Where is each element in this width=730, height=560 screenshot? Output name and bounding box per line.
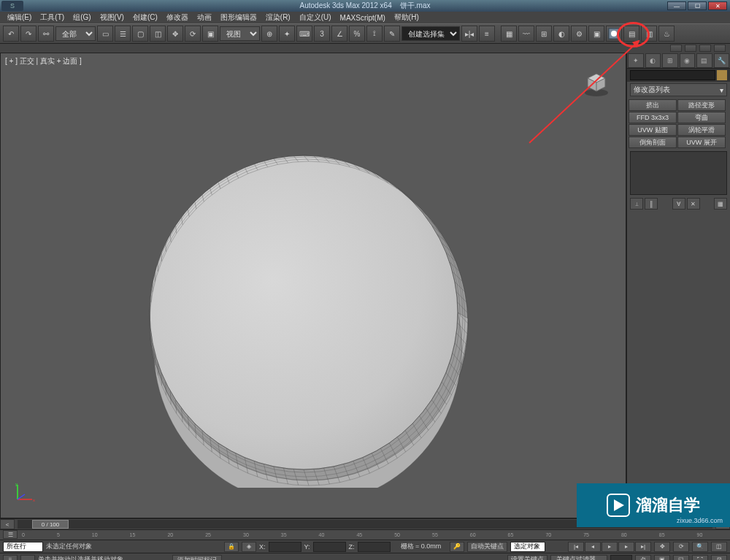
- render-setup-icon[interactable]: ⚙: [571, 26, 587, 42]
- play-icon[interactable]: ▸: [602, 542, 618, 552]
- pin-stack-icon[interactable]: ⟂: [630, 198, 643, 210]
- mod-uvwmap[interactable]: UVW 贴图: [629, 124, 677, 136]
- frame-input[interactable]: [610, 555, 632, 561]
- menu-group[interactable]: 组(G): [69, 12, 95, 23]
- make-unique-icon[interactable]: ∀: [672, 198, 685, 210]
- menu-animation[interactable]: 动画: [193, 12, 216, 23]
- z-input[interactable]: [358, 542, 391, 552]
- configure-icon[interactable]: ▦: [714, 198, 727, 210]
- redo-icon[interactable]: ↷: [20, 26, 36, 42]
- select-icon[interactable]: ▭: [97, 26, 113, 42]
- menu-maxscript[interactable]: MAXScript(M): [336, 14, 390, 22]
- nav-zoom-icon[interactable]: 🔍: [692, 542, 708, 552]
- nav-zoomext-icon[interactable]: ▣: [654, 555, 670, 561]
- mod-turbosmooth[interactable]: 涡轮平滑: [677, 124, 726, 136]
- script-listener-icon[interactable]: ≡: [3, 555, 18, 561]
- link-icon[interactable]: ⚯: [38, 26, 54, 42]
- prev-frame-icon[interactable]: ◂: [585, 542, 601, 552]
- menu-edit[interactable]: 编辑(E): [3, 12, 36, 23]
- close-button[interactable]: ✕: [708, 1, 727, 10]
- autokey-button[interactable]: 自动关键点: [467, 542, 507, 552]
- angle-snap-icon[interactable]: ∠: [331, 26, 347, 42]
- window-cross-icon[interactable]: ◫: [150, 26, 166, 42]
- selection-set-dropdown[interactable]: 创建选择集: [402, 26, 460, 41]
- minimize-button[interactable]: —: [667, 1, 686, 10]
- menu-modifiers[interactable]: 修改器: [162, 12, 193, 23]
- refcoord-dropdown[interactable]: 视图: [220, 26, 260, 41]
- teapot-icon[interactable]: ♨: [658, 26, 675, 42]
- minitool-2[interactable]: [685, 45, 696, 52]
- nav-orbit-icon[interactable]: ⟳: [673, 542, 689, 552]
- nav-other-icon[interactable]: ⊡: [711, 555, 727, 561]
- render-icon[interactable]: [606, 26, 622, 42]
- nav-fov-icon[interactable]: ◫: [711, 542, 727, 552]
- menu-view[interactable]: 视图(V): [96, 12, 128, 23]
- mod-bevelprofile[interactable]: 倒角剖面: [629, 137, 677, 148]
- undo-icon[interactable]: ↶: [3, 26, 19, 42]
- goto-start-icon[interactable]: |◂: [568, 542, 584, 552]
- lock-icon[interactable]: 🔒: [224, 542, 239, 552]
- minitool-1[interactable]: [670, 45, 682, 52]
- x-input[interactable]: [269, 542, 301, 552]
- add-time-tag-button[interactable]: 添加时间标记: [172, 555, 222, 561]
- schematic-icon[interactable]: ⊞: [536, 26, 552, 42]
- render-frame-icon[interactable]: ▣: [588, 26, 604, 42]
- filter-dropdown[interactable]: 全部: [55, 26, 96, 41]
- tab-create-icon[interactable]: ✦: [628, 53, 644, 68]
- mod-pathdeform[interactable]: 路径变形: [677, 99, 726, 111]
- show-end-icon[interactable]: ║: [645, 198, 658, 210]
- spinner-snap-icon[interactable]: ⟟: [366, 26, 383, 42]
- tab-motion-icon[interactable]: ◉: [680, 53, 696, 68]
- viewport[interactable]: [ + ] 正交 | 真实 + 边面 ]: [0, 53, 626, 518]
- next-frame-icon[interactable]: ▸: [618, 542, 634, 552]
- time-ruler[interactable]: ☰ 0 5 10 15 20 25 30 35 40 45 50 55 60 6…: [0, 529, 730, 540]
- mod-extrude[interactable]: 挤出: [629, 99, 677, 111]
- maximize-button[interactable]: ☐: [688, 1, 707, 10]
- goto-end-icon[interactable]: ▸|: [635, 542, 651, 552]
- viewport-label[interactable]: [ + ] 正交 | 真实 + 边面 ]: [5, 56, 82, 66]
- remove-mod-icon[interactable]: ✕: [687, 198, 700, 210]
- keyboard-icon[interactable]: ⌨: [296, 26, 312, 42]
- keyfilter-button[interactable]: 关键点过滤器...: [550, 555, 607, 561]
- edit-select-icon[interactable]: ✎: [384, 26, 400, 42]
- setkey-button[interactable]: 设置关键点: [507, 555, 548, 561]
- menu-render[interactable]: 渲染(R): [261, 12, 295, 23]
- mod-ffd[interactable]: FFD 3x3x3: [629, 112, 677, 123]
- tab-utilities-icon[interactable]: 🔧: [714, 53, 730, 68]
- y-input[interactable]: [313, 542, 346, 552]
- move-icon[interactable]: ✥: [167, 26, 183, 42]
- menu-help[interactable]: 帮助(H): [390, 12, 423, 23]
- menu-customize[interactable]: 自定义(U): [295, 12, 336, 23]
- ruler-toggle-icon[interactable]: ☰: [3, 530, 18, 539]
- time-marker[interactable]: 0 / 100: [32, 520, 69, 529]
- modifier-stack[interactable]: [630, 151, 727, 195]
- isolate-icon[interactable]: ◈: [242, 542, 256, 552]
- timeline-left-icon[interactable]: <: [0, 519, 15, 529]
- mod-uvwunwrap[interactable]: UVW 展开: [677, 137, 726, 148]
- selected-obj-input[interactable]: [510, 542, 545, 552]
- nav-max-icon[interactable]: ⛶: [692, 555, 708, 561]
- nav-pan-icon[interactable]: ✥: [654, 542, 670, 552]
- minitool-3[interactable]: [699, 45, 711, 52]
- scale-icon[interactable]: ▣: [202, 26, 218, 42]
- minitool-4[interactable]: [714, 45, 726, 52]
- menu-create[interactable]: 创建(C): [128, 12, 162, 23]
- align-icon[interactable]: ≡: [479, 26, 495, 42]
- mirror-icon[interactable]: ▸|◂: [461, 26, 477, 42]
- current-row-input[interactable]: [3, 542, 43, 552]
- layer-icon[interactable]: ▦: [501, 26, 517, 42]
- menu-tools[interactable]: 工具(T): [36, 12, 69, 23]
- key-icon[interactable]: 🔑: [450, 542, 464, 552]
- material-icon[interactable]: ◐: [553, 26, 569, 42]
- viewcube-icon[interactable]: [582, 68, 611, 97]
- tab-display-icon[interactable]: ▤: [696, 53, 712, 68]
- prompt-icon[interactable]: [20, 555, 35, 561]
- nav-region-icon[interactable]: ◱: [673, 555, 689, 561]
- manipulate-icon[interactable]: ✦: [279, 26, 295, 42]
- mod-bend[interactable]: 弯曲: [677, 112, 726, 123]
- center-icon[interactable]: ⊕: [261, 26, 277, 42]
- modifier-list-dropdown[interactable]: 修改器列表 ▾: [630, 83, 727, 96]
- object-color-swatch[interactable]: [717, 70, 727, 80]
- menu-graph[interactable]: 图形编辑器: [216, 12, 261, 23]
- tab-hierarchy-icon[interactable]: ⊞: [662, 53, 678, 68]
